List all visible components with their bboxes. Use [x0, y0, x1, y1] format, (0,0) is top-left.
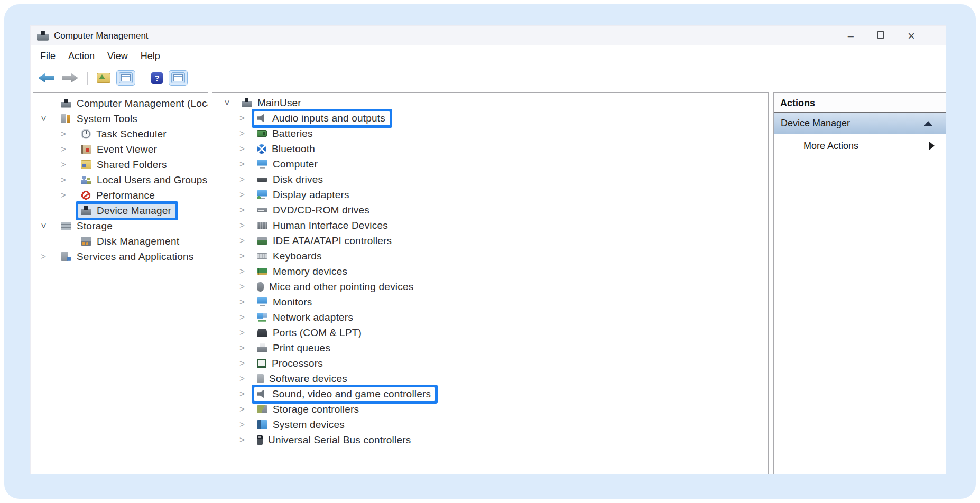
- tree-item-core: Display adapters: [254, 188, 354, 202]
- more-actions-item[interactable]: More Actions: [774, 134, 946, 157]
- chevron-collapsed-icon[interactable]: >: [41, 252, 58, 261]
- tree-item-system-devices[interactable]: >System devices: [212, 417, 768, 432]
- storage-icon: [61, 222, 71, 230]
- tree-item-mice-and-other-pointing-devices[interactable]: >Mice and other pointing devices: [212, 279, 768, 294]
- chevron-expanded-icon[interactable]: >: [224, 98, 239, 107]
- chevron-collapsed-icon[interactable]: >: [239, 252, 254, 260]
- tree-item-event-viewer[interactable]: >Event Viewer: [33, 142, 208, 157]
- tree-item-dvd-cd-rom-drives[interactable]: >DVD/CD-ROM drives: [212, 202, 768, 218]
- tree-item-task-scheduler[interactable]: >Task Scheduler: [33, 126, 208, 142]
- task-scheduler-icon: [81, 129, 91, 139]
- tree-item-memory-devices[interactable]: >Memory devices: [212, 264, 768, 279]
- minimize-button[interactable]: –: [848, 31, 854, 41]
- chevron-collapsed-icon[interactable]: >: [61, 175, 78, 184]
- tree-item-mainuser[interactable]: >MainUser: [212, 95, 768, 110]
- menu-item-view[interactable]: View: [107, 51, 128, 62]
- tree-item-core: Task Scheduler: [78, 127, 171, 141]
- tree-item-processors[interactable]: >Processors: [212, 356, 768, 371]
- chevron-collapsed-icon[interactable]: >: [239, 267, 254, 276]
- menu-item-help[interactable]: Help: [141, 51, 160, 62]
- tree-item-sound-video-and-game-controllers[interactable]: >Sound, video and game controllers: [212, 386, 768, 402]
- chevron-collapsed-icon[interactable]: >: [239, 389, 254, 398]
- tree-item-software-devices[interactable]: >Software devices: [212, 371, 768, 386]
- network-adapter-icon: [257, 313, 267, 322]
- battery-icon: [257, 130, 267, 137]
- tree-item-performance[interactable]: >Performance: [33, 188, 208, 203]
- chevron-glyph: >: [239, 374, 245, 383]
- chevron-collapsed-icon[interactable]: >: [239, 236, 254, 245]
- tree-item-monitors[interactable]: >Monitors: [212, 294, 768, 310]
- chevron-collapsed-icon[interactable]: >: [239, 282, 254, 291]
- software-device-icon: [257, 374, 264, 383]
- tree-item-computer[interactable]: >Computer: [212, 156, 768, 172]
- tree-item-human-interface-devices[interactable]: >Human Interface Devices: [212, 218, 768, 233]
- chevron-collapsed-icon[interactable]: >: [239, 359, 254, 368]
- maximize-button[interactable]: [877, 31, 884, 40]
- tree-item-system-tools[interactable]: >System Tools: [33, 111, 208, 126]
- chevron-collapsed-icon[interactable]: >: [239, 374, 254, 383]
- tree-item-local-users-and-groups[interactable]: >Local Users and Groups: [33, 172, 208, 188]
- menu-item-action[interactable]: Action: [68, 51, 95, 62]
- tree-item-core: Disk drives: [254, 173, 327, 187]
- chevron-collapsed-icon[interactable]: >: [239, 328, 254, 337]
- chevron-collapsed-icon[interactable]: >: [239, 221, 254, 230]
- chevron-collapsed-icon[interactable]: >: [239, 343, 254, 352]
- tree-item-label: Human Interface Devices: [273, 220, 388, 231]
- tree-item-services-and-applications[interactable]: >Services and Applications: [33, 249, 208, 264]
- chevron-expanded-icon[interactable]: >: [41, 221, 58, 230]
- tree-item-keyboards[interactable]: >Keyboards: [212, 248, 768, 264]
- tree-item-storage[interactable]: >Storage: [33, 218, 208, 234]
- tree-item-batteries[interactable]: >Batteries: [212, 126, 768, 141]
- chevron-collapsed-icon[interactable]: >: [239, 114, 254, 123]
- chevron-collapsed-icon[interactable]: >: [61, 160, 78, 169]
- chevron-glyph: >: [239, 206, 245, 215]
- tree-item-network-adapters[interactable]: >Network adapters: [212, 310, 768, 325]
- chevron-expanded-icon[interactable]: >: [41, 114, 58, 123]
- chevron-collapsed-icon[interactable]: >: [239, 175, 254, 184]
- toolbar-button-up-folder[interactable]: [95, 71, 113, 85]
- toolbar-button-forward-arrow[interactable]: [60, 72, 80, 85]
- chevron-collapsed-icon[interactable]: >: [61, 129, 78, 138]
- tree-item-core: DVD/CD-ROM drives: [254, 203, 374, 217]
- tree-item-label: Processors: [272, 358, 323, 369]
- menu-item-file[interactable]: File: [40, 51, 56, 62]
- tree-item-shared-folders[interactable]: >Shared Folders: [33, 157, 208, 172]
- chevron-collapsed-icon[interactable]: >: [239, 405, 254, 414]
- tree-item-storage-controllers[interactable]: >Storage controllers: [212, 402, 768, 417]
- tree-item-core: Ports (COM & LPT): [254, 326, 366, 340]
- tree-item-display-adapters[interactable]: >Display adapters: [212, 187, 768, 202]
- toolbar-button-show-action-pane[interactable]: [169, 71, 187, 85]
- collapse-section-icon[interactable]: [924, 121, 932, 126]
- shared-folders-icon: [81, 160, 91, 169]
- actions-section-device-manager[interactable]: Device Manager: [774, 113, 946, 134]
- computer-management-window: Computer Management – × File Action View…: [30, 25, 946, 474]
- chevron-collapsed-icon[interactable]: >: [239, 206, 254, 215]
- computer-icon: [257, 160, 267, 169]
- chevron-collapsed-icon[interactable]: >: [239, 144, 254, 153]
- chevron-collapsed-icon[interactable]: >: [239, 420, 254, 429]
- tree-item-audio-inputs-and-outputs[interactable]: >Audio inputs and outputs: [212, 110, 768, 126]
- chevron-collapsed-icon[interactable]: >: [61, 145, 78, 154]
- tree-item-disk-drives[interactable]: >Disk drives: [212, 172, 768, 187]
- storage-controller-icon: [257, 405, 267, 413]
- tree-item-ide-ata-atapi-controllers[interactable]: >IDE ATA/ATAPI controllers: [212, 233, 768, 248]
- tree-item-disk-management[interactable]: Disk Management: [33, 234, 208, 249]
- chevron-collapsed-icon[interactable]: >: [239, 190, 254, 199]
- chevron-collapsed-icon[interactable]: >: [239, 313, 254, 322]
- tree-item-label: Event Viewer: [97, 144, 157, 155]
- chevron-collapsed-icon[interactable]: >: [239, 297, 254, 306]
- chevron-collapsed-icon[interactable]: >: [239, 435, 254, 444]
- toolbar-button-back-arrow[interactable]: [36, 72, 56, 85]
- chevron-collapsed-icon[interactable]: >: [239, 129, 254, 138]
- tree-item-device-manager[interactable]: Device Manager: [33, 203, 208, 218]
- tree-item-print-queues[interactable]: >Print queues: [212, 340, 768, 356]
- close-button[interactable]: ×: [908, 30, 915, 42]
- tree-item-bluetooth[interactable]: >Bluetooth: [212, 141, 768, 156]
- tree-item-universal-serial-bus-controllers[interactable]: >Universal Serial Bus controllers: [212, 432, 768, 448]
- tree-item-computer-management-local[interactable]: Computer Management (Local: [33, 96, 208, 111]
- chevron-collapsed-icon[interactable]: >: [239, 160, 254, 169]
- tree-item-ports-com-lpt[interactable]: >Ports (COM & LPT): [212, 325, 768, 340]
- toolbar-button-help[interactable]: ?: [149, 71, 165, 86]
- chevron-collapsed-icon[interactable]: >: [61, 191, 78, 200]
- toolbar-button-show-console-tree[interactable]: [117, 71, 135, 85]
